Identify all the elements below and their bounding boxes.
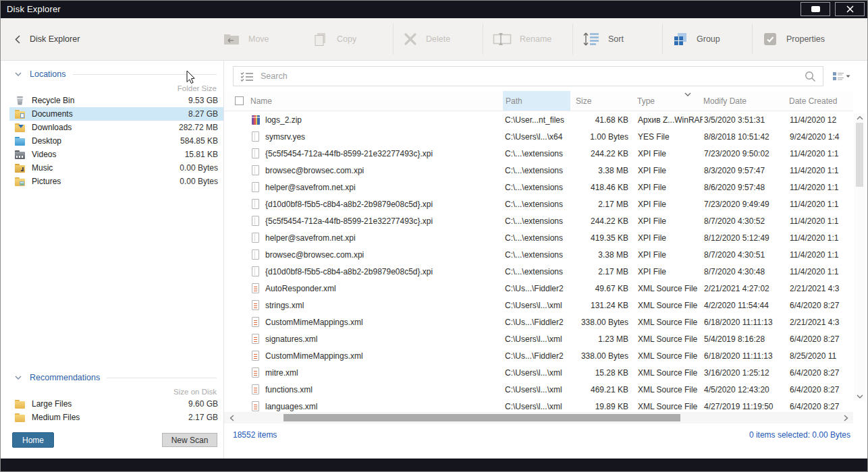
column-header-path[interactable]: Path xyxy=(503,91,570,111)
file-modify-date: 6/18/2020 11:11:13 xyxy=(703,351,788,361)
file-path: C:\...\extensions xyxy=(504,250,571,260)
table-row[interactable]: mitre.xml C:\Users\l...\xml 15.28 KB XML… xyxy=(224,364,853,381)
location-label: Documents xyxy=(32,109,73,119)
location-label: Videos xyxy=(32,150,56,159)
table-row[interactable]: helper@savefrom.net.xpi C:\...\extension… xyxy=(224,179,853,196)
recommendation-item[interactable]: Medium Files 2.17 GB xyxy=(9,411,223,424)
delete-icon xyxy=(403,32,418,47)
scroll-down-button[interactable] xyxy=(854,392,865,401)
table-row[interactable]: {5c5f5454-712a-44fb-8599-21e32277493c}.x… xyxy=(224,212,853,229)
recommendations-section-header[interactable]: Recommendations xyxy=(0,370,223,386)
table-row[interactable]: {d10d0bf8-f5b5-c8b4-a8b2-2b9879e08c5d}.x… xyxy=(224,196,853,212)
file-date-created: 11/4/2020 1:1 xyxy=(788,200,853,209)
chevron-down-icon xyxy=(15,376,22,380)
table-row[interactable]: browsec@browsec.com.xpi C:\...\extension… xyxy=(224,162,853,179)
table-row[interactable]: languages.xml C:\Users\l...\xml 19.89 KB… xyxy=(224,398,853,412)
vertical-scroll-thumb[interactable] xyxy=(856,123,863,187)
file-type: XPI File xyxy=(634,200,703,209)
table-row[interactable]: strings.xml C:\Users\l...\xml 131.24 KB … xyxy=(224,297,853,314)
file-date-created: 11/4/2020 12 xyxy=(788,115,853,125)
file-date-created: 8/25/2020 11 xyxy=(788,351,853,361)
location-item[interactable]: Downloads 282.72 MB xyxy=(9,121,223,134)
column-header-size[interactable]: Size xyxy=(570,91,633,111)
location-item[interactable]: Recycle Bin 9.53 GB xyxy=(9,94,223,107)
bottom-padding xyxy=(224,446,868,459)
rename-label: Rename xyxy=(520,34,551,44)
toolbar-buttons: Move Copy Delete Rename xyxy=(213,24,842,55)
table-row[interactable]: functions.xml C:\Users\l...\xml 469.21 K… xyxy=(224,381,853,398)
copy-label: Copy xyxy=(337,34,356,44)
recommendation-item[interactable]: Large Files 9.60 GB xyxy=(9,397,223,411)
column-header-name[interactable]: Name xyxy=(224,91,503,111)
vertical-scrollbar[interactable] xyxy=(854,113,865,401)
column-header-date-created[interactable]: Date Created xyxy=(788,91,853,111)
properties-button[interactable]: Properties xyxy=(752,24,842,55)
sort-direction-icon[interactable] xyxy=(684,92,691,96)
view-mode-icon xyxy=(832,71,844,82)
file-modify-date: 8/3/2020 9:57:47 xyxy=(703,166,788,175)
table-row[interactable]: CustomMimeMappings.xml C:\Us...\Fiddler2… xyxy=(224,314,853,330)
vertical-scroll-track[interactable] xyxy=(854,123,865,392)
location-item[interactable]: Music 0.00 Bytes xyxy=(9,161,223,175)
scroll-right-button[interactable] xyxy=(841,412,850,423)
close-icon xyxy=(846,5,854,13)
horizontal-scroll-thumb[interactable] xyxy=(283,414,680,421)
close-button[interactable] xyxy=(835,2,865,16)
locations-section-header[interactable]: Locations xyxy=(0,66,223,82)
location-size: 584.85 KB xyxy=(180,136,218,146)
file-size: 131.24 KB xyxy=(571,301,634,310)
location-item[interactable]: Pictures 0.00 Bytes xyxy=(9,175,223,188)
file-type-icon xyxy=(251,233,261,243)
new-scan-button[interactable]: New Scan xyxy=(162,433,217,447)
table-row[interactable]: helper@savefrom.net.xpi C:\...\extension… xyxy=(224,229,853,246)
file-path: C:\...\extensions xyxy=(504,183,571,192)
location-item[interactable]: Documents 8.27 GB xyxy=(9,107,223,121)
search-icon[interactable] xyxy=(804,70,816,82)
table-row[interactable]: {5c5f5454-712a-44fb-8599-21e32277493c}.x… xyxy=(224,145,853,162)
file-size: 338.00 Bytes xyxy=(571,318,634,327)
search-input[interactable] xyxy=(261,71,797,81)
table-row[interactable]: signatures.xml C:\Users\l...\xml 1.23 MB… xyxy=(224,330,853,347)
move-button[interactable]: Move xyxy=(213,24,303,55)
select-all-checkbox[interactable] xyxy=(235,96,244,105)
horizontal-scroll-track[interactable] xyxy=(236,412,841,423)
file-panel: Name Path Size Type Modify Date Date Cre… xyxy=(224,61,868,459)
file-type: XML Source File xyxy=(634,318,703,327)
table-row[interactable]: logs_2.zip C:\User...nt_files 41.68 KB А… xyxy=(224,111,853,128)
column-header-modify-date[interactable]: Modify Date xyxy=(702,91,788,111)
location-label: Pictures xyxy=(32,177,61,186)
file-date-created: 6/4/2020 8:27 xyxy=(788,301,853,310)
file-path: C:\...\extensions xyxy=(504,200,571,209)
file-type-icon xyxy=(251,384,261,394)
table-row[interactable]: AutoResponder.xml C:\Us...\Fiddler2 49.6… xyxy=(224,280,853,297)
file-modify-date: 3/16/2020 1:25:12 xyxy=(703,368,788,378)
table-row[interactable]: browsec@browsec.com.xpi C:\...\extension… xyxy=(224,246,853,263)
file-type: XML Source File xyxy=(634,284,703,293)
filter-checklist-icon[interactable] xyxy=(240,71,254,82)
sort-button[interactable]: Sort xyxy=(572,24,662,55)
table-row[interactable]: CustomMimeMappings.xml C:\Us...\Fiddler2… xyxy=(224,347,853,364)
column-header-type[interactable]: Type xyxy=(633,91,702,111)
maximize-button[interactable] xyxy=(801,2,830,16)
copy-button[interactable]: Copy xyxy=(303,24,393,55)
table-row[interactable]: symsrv.yes C:\Users\l...\x64 1.00 Bytes … xyxy=(224,128,853,145)
location-item[interactable]: Videos 15.81 KB xyxy=(9,148,223,161)
chevron-down-icon xyxy=(857,394,863,399)
table-row[interactable]: {d10d0bf8-f5b5-c8b4-a8b2-2b9879e08c5d}.x… xyxy=(224,263,853,280)
location-item[interactable]: Desktop 584.85 KB xyxy=(9,134,223,148)
move-icon xyxy=(223,32,240,47)
home-button[interactable]: Home xyxy=(12,432,54,448)
scroll-left-button[interactable] xyxy=(227,412,236,423)
search-box[interactable] xyxy=(233,66,823,86)
group-button[interactable]: Group xyxy=(662,24,752,55)
group-label: Group xyxy=(697,34,720,44)
file-size: 49.67 KB xyxy=(571,284,634,293)
back-button[interactable]: Disk Explorer xyxy=(0,34,213,44)
scroll-up-button[interactable] xyxy=(854,113,865,123)
file-type: XPI File xyxy=(634,267,703,276)
delete-button[interactable]: Delete xyxy=(393,24,483,55)
rename-button[interactable]: Rename xyxy=(483,24,572,55)
view-options-button[interactable] xyxy=(830,66,852,86)
horizontal-scrollbar[interactable] xyxy=(224,412,853,423)
file-type-icon xyxy=(251,266,261,276)
